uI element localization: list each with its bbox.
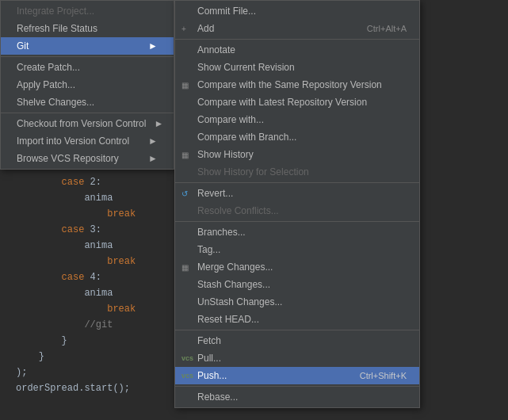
submenu-item-revert[interactable]: ↺ Revert... bbox=[175, 185, 419, 202]
submenu-item-resolve-conflicts[interactable]: Resolve Conflicts... bbox=[175, 202, 419, 220]
show-history-label: Show History bbox=[197, 149, 254, 160]
refresh-file-status-label: Refresh File Status bbox=[17, 23, 97, 34]
git-label: Git bbox=[17, 40, 29, 52]
browse-vcs-label: Browse VCS Repository bbox=[17, 153, 119, 164]
push-vcs-icon: vcs bbox=[181, 372, 193, 380]
shelve-changes-label: Shelve Changes... bbox=[17, 97, 94, 108]
submenu-separator-4 bbox=[175, 330, 419, 330]
compare-latest-repo-label: Compare with Latest Repository Version bbox=[197, 97, 367, 108]
compare-icon: ▦ bbox=[181, 81, 189, 90]
annotate-label: Annotate bbox=[197, 44, 235, 55]
menu-item-create-patch[interactable]: Create Patch... bbox=[1, 59, 174, 76]
menu-item-refresh-file-status[interactable]: Refresh File Status bbox=[1, 20, 174, 37]
submenu-item-add[interactable]: + Add Ctrl+Alt+A bbox=[175, 20, 419, 37]
submenu-item-compare-same-repo[interactable]: ▦ Compare with the Same Repository Versi… bbox=[175, 76, 419, 94]
submenu-item-stash-changes[interactable]: Stash Changes... bbox=[175, 276, 419, 293]
submenu-separator-3 bbox=[175, 221, 419, 222]
submenu-item-show-history[interactable]: ▦ Show History bbox=[175, 146, 419, 163]
commit-file-label: Commit File... bbox=[197, 6, 256, 17]
branches-label: Branches... bbox=[197, 227, 246, 238]
submenu-item-compare-with[interactable]: Compare with... bbox=[175, 111, 419, 128]
unstash-changes-label: UnStash Changes... bbox=[197, 296, 282, 307]
menu-separator-1 bbox=[1, 56, 174, 57]
submenu-separator-2 bbox=[175, 182, 419, 183]
menu-item-browse-vcs[interactable]: Browse VCS Repository ► bbox=[1, 150, 174, 167]
menu-item-checkout-vcs[interactable]: Checkout from Version Control ► bbox=[1, 115, 174, 132]
submenu-item-rebase[interactable]: Rebase... bbox=[175, 388, 419, 406]
browse-vcs-arrow: ► bbox=[148, 153, 158, 164]
menu-item-shelve-changes[interactable]: Shelve Changes... bbox=[1, 94, 174, 111]
submenu-item-show-current-revision[interactable]: Show Current Revision bbox=[175, 59, 419, 76]
submenu-item-annotate[interactable]: Annotate bbox=[175, 41, 419, 59]
fetch-label: Fetch bbox=[197, 335, 221, 346]
submenu-item-unstash-changes[interactable]: UnStash Changes... bbox=[175, 293, 419, 311]
push-label: Push... bbox=[197, 370, 227, 381]
show-current-revision-label: Show Current Revision bbox=[197, 62, 295, 73]
compare-with-label: Compare with... bbox=[197, 114, 264, 125]
menu-separator-2 bbox=[1, 113, 174, 113]
add-icon: + bbox=[181, 25, 186, 33]
import-vcs-arrow: ► bbox=[148, 136, 158, 147]
submenu-item-branches[interactable]: Branches... bbox=[175, 223, 419, 241]
submenu-item-fetch[interactable]: Fetch bbox=[175, 332, 419, 349]
left-context-menu: Integrate Project... Refresh File Status… bbox=[0, 0, 174, 170]
integrate-project-label: Integrate Project... bbox=[17, 6, 94, 17]
import-vcs-label: Import into Version Control bbox=[17, 136, 129, 147]
submenu-item-push[interactable]: vcs Push... Ctrl+Shift+K bbox=[175, 367, 419, 384]
stash-changes-label: Stash Changes... bbox=[197, 279, 270, 290]
apply-patch-label: Apply Patch... bbox=[17, 79, 75, 90]
create-patch-label: Create Patch... bbox=[17, 62, 80, 73]
menu-item-git[interactable]: Git ► bbox=[1, 37, 174, 55]
revert-icon: ↺ bbox=[181, 189, 188, 198]
merge-changes-label: Merge Changes... bbox=[197, 262, 273, 273]
push-shortcut: Ctrl+Shift+K bbox=[360, 371, 407, 380]
menu-item-integrate-project[interactable]: Integrate Project... bbox=[1, 2, 174, 20]
checkout-vcs-label: Checkout from Version Control bbox=[17, 118, 146, 129]
rebase-label: Rebase... bbox=[197, 391, 238, 403]
add-shortcut: Ctrl+Alt+A bbox=[367, 24, 407, 33]
submenu-item-compare-branch[interactable]: Compare with Branch... bbox=[175, 128, 419, 146]
submenu-item-compare-latest-repo[interactable]: Compare with Latest Repository Version bbox=[175, 94, 419, 111]
tag-label: Tag... bbox=[197, 244, 220, 255]
resolve-conflicts-label: Resolve Conflicts... bbox=[197, 205, 279, 216]
revert-label: Revert... bbox=[197, 188, 233, 199]
submenu-item-show-history-selection[interactable]: Show History for Selection bbox=[175, 163, 419, 181]
submenu-separator-5 bbox=[175, 386, 419, 387]
menu-item-import-vcs[interactable]: Import into Version Control ► bbox=[1, 132, 174, 150]
pull-label: Pull... bbox=[197, 353, 221, 364]
git-submenu-arrow: ► bbox=[148, 40, 158, 52]
compare-branch-label: Compare with Branch... bbox=[197, 132, 296, 143]
submenu-item-pull[interactable]: vcs Pull... bbox=[175, 349, 419, 367]
history-icon: ▦ bbox=[181, 151, 189, 159]
checkout-vcs-arrow: ► bbox=[154, 118, 163, 129]
menu-item-apply-patch[interactable]: Apply Patch... bbox=[1, 76, 174, 94]
pull-vcs-icon: vcs bbox=[181, 354, 193, 362]
right-submenu-git: Commit File... + Add Ctrl+Alt+A Annotate… bbox=[174, 0, 420, 408]
submenu-separator-1 bbox=[175, 39, 419, 40]
submenu-item-tag[interactable]: Tag... bbox=[175, 241, 419, 258]
merge-icon: ▦ bbox=[181, 263, 189, 272]
show-history-selection-label: Show History for Selection bbox=[197, 166, 309, 178]
submenu-item-reset-head[interactable]: Reset HEAD... bbox=[175, 311, 419, 328]
compare-same-repo-label: Compare with the Same Repository Version bbox=[197, 79, 382, 90]
submenu-item-commit-file[interactable]: Commit File... bbox=[175, 2, 419, 20]
reset-head-label: Reset HEAD... bbox=[197, 314, 259, 325]
submenu-item-merge-changes[interactable]: ▦ Merge Changes... bbox=[175, 258, 419, 276]
add-label: Add bbox=[197, 23, 214, 34]
